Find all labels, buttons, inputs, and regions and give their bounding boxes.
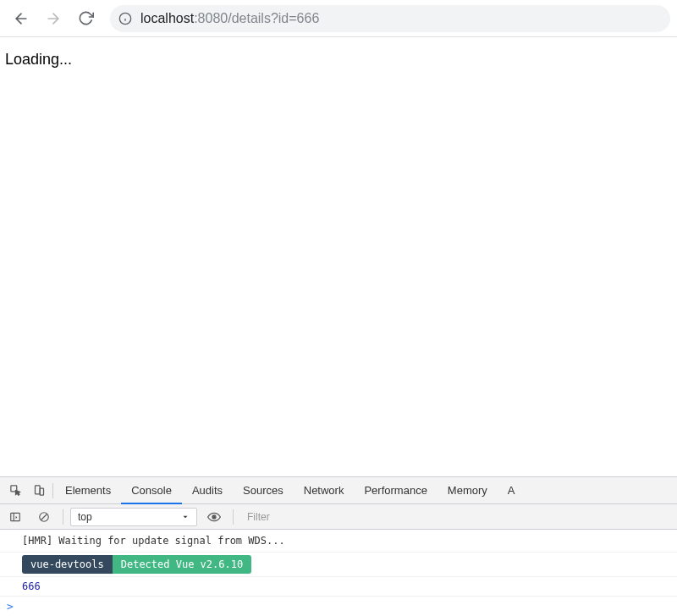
clear-console-button[interactable] [32, 505, 56, 529]
back-button[interactable] [7, 4, 36, 33]
vue-devtools-badge: vue-devtools [22, 555, 113, 574]
svg-rect-6 [11, 513, 20, 520]
tab-console[interactable]: Console [121, 477, 182, 504]
sidebar-icon [9, 511, 21, 523]
clear-icon [38, 511, 50, 523]
devtools-tabs: Elements Console Audits Sources Network … [0, 477, 677, 504]
tab-memory[interactable]: Memory [438, 477, 498, 504]
inspect-icon [9, 484, 22, 497]
prompt-chevron-icon: > [7, 600, 14, 613]
separator [52, 483, 53, 498]
console-sidebar-toggle[interactable] [3, 505, 27, 529]
arrow-left-icon [13, 10, 30, 27]
arrow-right-icon [45, 10, 62, 27]
tab-application-partial[interactable]: A [498, 477, 526, 504]
loading-text: Loading... [5, 51, 72, 68]
console-log-line: vue-devtools Detected Vue v2.6.10 [0, 553, 677, 577]
svg-point-10 [212, 515, 216, 519]
inspect-element-button[interactable] [3, 479, 27, 503]
console-prompt[interactable]: > [0, 597, 677, 616]
context-label: top [78, 511, 92, 523]
console-log-line: [HMR] Waiting for update signal from WDS… [0, 530, 677, 553]
console-log-value: 666 [0, 577, 677, 597]
info-icon [118, 12, 132, 25]
reload-button[interactable] [71, 4, 100, 33]
console-filter-input[interactable] [240, 508, 677, 526]
tab-elements[interactable]: Elements [55, 477, 121, 504]
vue-version-badge: Detected Vue v2.6.10 [113, 555, 252, 574]
device-icon [33, 484, 46, 497]
devtools-panel: Elements Console Audits Sources Network … [0, 476, 677, 616]
tab-performance[interactable]: Performance [354, 477, 437, 504]
reload-icon [78, 10, 94, 26]
separator [63, 509, 63, 525]
url-text: localhost:8080/details?id=666 [140, 11, 319, 26]
url-path: :8080/details?id=666 [194, 11, 319, 25]
page-content: Loading... [0, 37, 677, 476]
forward-button[interactable] [39, 4, 68, 33]
browser-toolbar: localhost:8080/details?id=666 [0, 0, 677, 37]
svg-rect-4 [35, 486, 40, 494]
svg-line-9 [41, 514, 47, 520]
svg-rect-5 [40, 488, 43, 495]
console-output: [HMR] Waiting for update signal from WDS… [0, 530, 677, 616]
address-bar[interactable]: localhost:8080/details?id=666 [110, 5, 670, 32]
execution-context-select[interactable]: top [70, 508, 197, 526]
tab-sources[interactable]: Sources [233, 477, 294, 504]
url-host: localhost [140, 11, 194, 25]
console-filter-bar: top [0, 504, 677, 530]
eye-icon [207, 510, 221, 524]
chevron-down-icon [181, 513, 190, 521]
separator [233, 509, 234, 525]
tab-audits[interactable]: Audits [182, 477, 233, 504]
device-toggle-button[interactable] [27, 479, 51, 503]
live-expression-button[interactable] [202, 505, 226, 529]
tab-network[interactable]: Network [294, 477, 355, 504]
